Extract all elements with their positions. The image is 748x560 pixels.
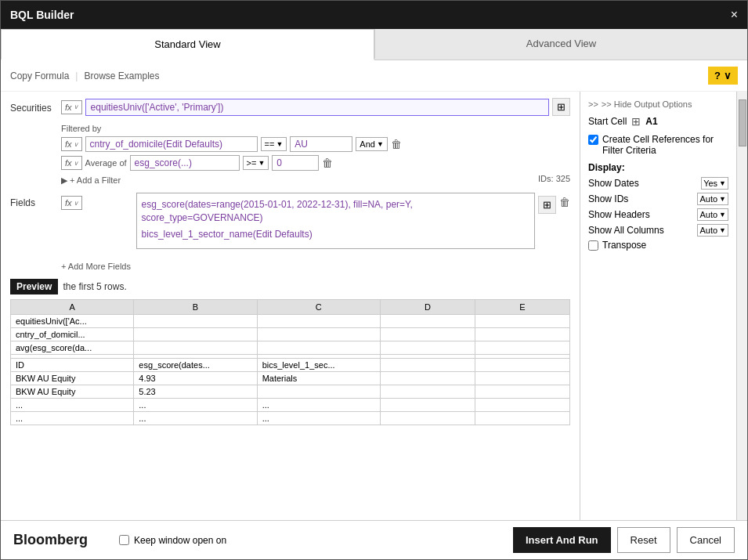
- main-panel: Securities fx∨ ⊞ Filtered by fx∨: [1, 92, 580, 520]
- filter-section: Filtered by fx∨ ==▼ And▼ 🗑 fx∨: [61, 124, 570, 186]
- securities-section: Securities fx∨ ⊞: [10, 98, 570, 116]
- table-row: [475, 372, 569, 385]
- bottom-buttons: Insert And Run Reset Cancel: [513, 527, 735, 553]
- col-b: B: [134, 300, 257, 315]
- start-cell-value: A1: [645, 116, 657, 127]
- table-row: [475, 412, 569, 425]
- create-cell-ref-checkbox[interactable]: [588, 135, 598, 145]
- filter2-delete-button[interactable]: 🗑: [322, 157, 333, 169]
- table-row: ...: [257, 412, 380, 425]
- table-row: [380, 341, 475, 355]
- create-cell-ref-row: Create Cell References for Filter Criter…: [588, 134, 728, 156]
- col-a: A: [11, 300, 134, 315]
- securities-formula-input[interactable]: [85, 99, 549, 116]
- toolbar: Copy Formula | Browse Examples ? ∨: [1, 60, 747, 92]
- transpose-row: Transpose: [588, 240, 728, 251]
- filtered-by-label: Filtered by: [61, 124, 570, 133]
- dialog-title: BQL Builder: [10, 9, 74, 21]
- table-row: ...: [134, 412, 257, 425]
- ids-count: IDs: 325: [538, 174, 570, 183]
- display-label: Display:: [588, 162, 728, 173]
- filter2-fx-badge[interactable]: fx∨: [61, 156, 82, 170]
- table-row: [257, 341, 380, 355]
- cancel-button[interactable]: Cancel: [677, 527, 735, 553]
- fields-label: Fields: [10, 193, 61, 208]
- show-headers-select[interactable]: Auto ▼: [697, 208, 728, 221]
- filter1-conjunction-select[interactable]: And▼: [356, 137, 388, 151]
- col-d: D: [380, 300, 475, 315]
- show-dates-select[interactable]: Yes ▼: [701, 177, 728, 190]
- hide-output-link[interactable]: >> >> Hide Output Options: [588, 99, 728, 109]
- content-area: Securities fx∨ ⊞ Filtered by fx∨: [1, 92, 747, 520]
- table-row: [380, 328, 475, 341]
- preview-table: A B C D E equitiesUniv(['Ac...cntry_of_d…: [10, 299, 570, 425]
- filter2-operator-select[interactable]: >=▼: [243, 156, 269, 170]
- show-ids-select[interactable]: Auto ▼: [697, 193, 728, 205]
- filter1-operator-select[interactable]: ==▼: [261, 137, 287, 151]
- bottom-bar: Bloomberg Keep window open on Insert And…: [1, 520, 747, 559]
- col-e: E: [475, 300, 569, 315]
- keep-open-label: Keep window open on: [134, 535, 226, 546]
- table-row: equitiesUniv(['Ac...: [11, 315, 134, 328]
- securities-grid-button[interactable]: ⊞: [552, 98, 570, 116]
- show-all-columns-row: Show All Columns Auto ▼: [588, 224, 728, 237]
- filter1-delete-button[interactable]: 🗑: [391, 138, 402, 150]
- table-row: [134, 315, 257, 328]
- show-headers-label: Show Headers: [588, 209, 650, 220]
- show-headers-row: Show Headers Auto ▼: [588, 208, 728, 221]
- table-row: [257, 328, 380, 341]
- show-ids-row: Show IDs Auto ▼: [588, 193, 728, 205]
- filter2-value-input[interactable]: [272, 155, 319, 171]
- filter2-formula-input[interactable]: [130, 155, 240, 171]
- table-row: [380, 399, 475, 412]
- filter1-value-input[interactable]: [290, 136, 352, 152]
- fields-grid-button[interactable]: ⊞: [538, 196, 556, 214]
- add-filter-link[interactable]: ▶ + Add a Filter: [61, 175, 121, 186]
- securities-label: Securities: [10, 98, 61, 114]
- show-dates-row: Show Dates Yes ▼: [588, 177, 728, 190]
- help-button[interactable]: ? ∨: [708, 67, 738, 85]
- show-all-columns-label: Show All Columns: [588, 225, 664, 236]
- table-row: ...: [11, 412, 134, 425]
- table-row: [475, 399, 569, 412]
- table-row: ...: [134, 399, 257, 412]
- scrollbar-thumb[interactable]: [739, 99, 746, 146]
- start-cell-icon: ⊞: [631, 115, 641, 128]
- col-c: C: [257, 300, 380, 315]
- insert-run-button[interactable]: Insert And Run: [513, 527, 611, 553]
- securities-formula-row: fx∨ ⊞: [61, 98, 570, 116]
- filter1-formula-input[interactable]: [85, 136, 258, 152]
- tab-advanced[interactable]: Advanced View: [374, 29, 747, 60]
- table-row: ...: [11, 399, 134, 412]
- table-row: ...: [257, 399, 380, 412]
- table-row: [134, 328, 257, 341]
- scrollbar[interactable]: [736, 92, 747, 520]
- tabs-bar: Standard View Advanced View: [1, 29, 747, 60]
- keep-open-checkbox[interactable]: [119, 535, 129, 545]
- filter1-fx-badge[interactable]: fx∨: [61, 137, 82, 151]
- start-cell-label: Start Cell: [588, 116, 627, 127]
- table-row: Materials: [257, 372, 380, 385]
- fields-delete-button[interactable]: 🗑: [559, 196, 570, 208]
- add-more-fields-link[interactable]: + Add More Fields: [61, 262, 570, 271]
- browse-examples-link[interactable]: Browse Examples: [84, 70, 159, 81]
- copy-formula-link[interactable]: Copy Formula: [10, 70, 69, 81]
- securities-fx-badge[interactable]: fx∨: [61, 100, 82, 114]
- bql-builder-dialog: BQL Builder × Standard View Advanced Vie…: [0, 0, 748, 560]
- preview-badge: Preview: [10, 279, 58, 294]
- table-row: 4.93: [134, 372, 257, 385]
- fields-fx-badge[interactable]: fx∨: [61, 196, 82, 210]
- title-bar: BQL Builder ×: [1, 1, 747, 29]
- table-row: [134, 341, 257, 355]
- keep-open-row: Keep window open on: [119, 535, 226, 546]
- table-row: [475, 341, 569, 355]
- transpose-checkbox[interactable]: [588, 240, 598, 251]
- close-button[interactable]: ×: [731, 8, 738, 22]
- table-row: [257, 385, 380, 399]
- tab-standard[interactable]: Standard View: [1, 29, 374, 60]
- table-row: avg(esg_score(da...: [11, 341, 134, 355]
- reset-button[interactable]: Reset: [617, 527, 670, 553]
- fields-formula-box: esg_score(dates=range(2015-01-01, 2022-1…: [136, 193, 535, 249]
- table-row: [380, 372, 475, 385]
- show-all-columns-select[interactable]: Auto ▼: [697, 224, 728, 237]
